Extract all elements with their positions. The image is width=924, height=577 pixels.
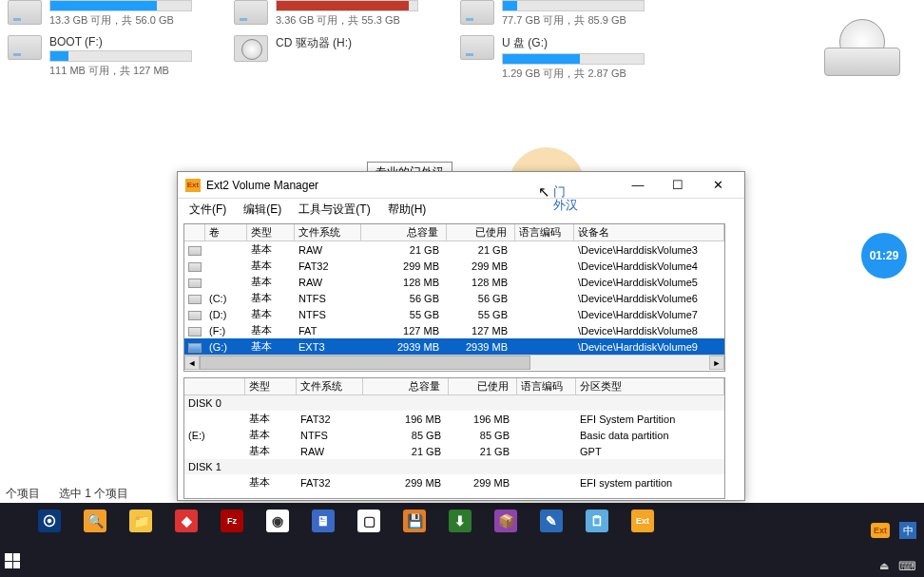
table-row[interactable]: (E:) 基本 NTFS 85 GB 85 GB Basic data part… <box>184 427 724 443</box>
ext2-window: Ext Ext2 Volume Manager — ☐ ✕ 文件(F)编辑(E)… <box>177 171 745 501</box>
tray-ime-badge[interactable]: 中 <box>899 522 916 539</box>
close-button[interactable]: ✕ <box>699 174 737 197</box>
table-row[interactable]: 基本 FAT32 299 MB 299 MB EFI system partit… <box>184 474 724 490</box>
explorer-statusbar: 个项目 选中 1 个项目 <box>0 486 128 502</box>
taskbar: ⦿🔍📁◆Fz◉🖥▢💾⬇📦✎🗒Ext Ext 中 ⏏ ⌨ <box>0 503 924 577</box>
drive-name: CD 驱动器 (H:) <box>276 35 433 51</box>
disk-group-label: DISK 1 <box>184 459 724 474</box>
app-icon: Ext <box>185 179 201 192</box>
horizontal-scrollbar[interactable]: ◄ ► <box>184 355 724 370</box>
scroll-right-arrow[interactable]: ► <box>709 356 724 370</box>
taskbar-page-icon[interactable]: ▢ <box>356 508 382 534</box>
column-header[interactable]: 设备名 <box>574 224 724 240</box>
taskbar-chrome-icon[interactable]: ◉ <box>264 508 291 534</box>
hdd-drive-icon <box>234 0 268 25</box>
maximize-button[interactable]: ☐ <box>659 174 697 197</box>
taskbar-record-icon[interactable]: ⦿ <box>36 508 63 534</box>
column-header[interactable]: 文件系统 <box>297 378 363 394</box>
column-header[interactable]: 已使用 <box>449 378 517 394</box>
drive-item[interactable]: BOOT (F:) 111 MB 可用，共 127 MB <box>8 35 207 81</box>
partition-list[interactable]: 类型文件系统总容量已使用语言编码分区类型 DISK 0 基本 FAT32 196… <box>183 377 725 499</box>
large-drive-icon <box>824 24 900 76</box>
status-item-count: 个项目 <box>6 486 40 502</box>
menu-item[interactable]: 文件(F) <box>182 200 234 220</box>
table-row[interactable]: 基本 RAW 21 GB 21 GB \Device\HarddiskVolum… <box>184 241 724 258</box>
table-row[interactable]: (G:) 基本 EXT3 2939 MB 2939 MB \Device\Har… <box>184 338 724 355</box>
menubar: 文件(F)编辑(E)工具与设置(T)帮助(H) <box>178 199 744 220</box>
table-row[interactable]: 基本 FAT32 196 MB 196 MB EFI System Partit… <box>184 411 724 427</box>
cursor-label: 门外汉 <box>553 185 578 212</box>
tray-ext2-icon[interactable]: Ext <box>871 523 890 538</box>
volume-icon <box>188 311 202 320</box>
cd-drive-icon <box>234 35 268 62</box>
column-header[interactable] <box>184 378 245 394</box>
hdd-drive-icon <box>8 0 42 25</box>
table-row[interactable]: 基本 FAT32 299 MB 299 MB \Device\HarddiskV… <box>184 258 724 274</box>
column-header[interactable]: 卷 <box>205 224 247 240</box>
drive-item[interactable]: 77.7 GB 可用，共 85.9 GB <box>460 0 660 28</box>
column-header[interactable]: 已使用 <box>447 224 515 240</box>
titlebar[interactable]: Ext Ext2 Volume Manager — ☐ ✕ <box>178 172 744 199</box>
table-row[interactable]: (C:) 基本 NTFS 56 GB 56 GB \Device\Harddis… <box>184 290 724 306</box>
volume-icon <box>188 343 202 353</box>
hdd-drive-icon <box>460 0 494 25</box>
taskbar-diskgenius-icon[interactable]: 💾 <box>401 508 428 534</box>
taskbar-explorer-icon[interactable]: 📁 <box>127 508 154 534</box>
drive-info: 3.36 GB 可用，共 55.3 GB <box>276 13 433 28</box>
minimize-button[interactable]: — <box>619 174 657 197</box>
desktop-drives: 13.3 GB 可用，共 56.0 GB 3.36 GB 可用，共 55.3 G… <box>0 0 924 88</box>
drive-name: U 盘 (G:) <box>502 35 660 51</box>
volume-icon <box>188 279 202 288</box>
drive-name: BOOT (F:) <box>49 35 207 48</box>
drive-info: 1.29 GB 可用，共 2.87 GB <box>502 67 660 81</box>
volume-icon <box>188 262 202 272</box>
tray-usb-icon[interactable]: ⏏ <box>879 560 889 572</box>
taskbar-filezilla-icon[interactable]: Fz <box>219 508 245 534</box>
hdd-drive-icon <box>460 35 494 60</box>
scroll-left-arrow[interactable]: ◄ <box>184 356 200 370</box>
cursor-icon: ↖ <box>538 183 550 201</box>
drive-item[interactable]: U 盘 (G:) 1.29 GB 可用，共 2.87 GB <box>460 35 660 81</box>
column-header[interactable] <box>184 224 205 240</box>
disk-group-label: DISK 0 <box>184 395 724 411</box>
drive-item[interactable]: 3.36 GB 可用，共 55.3 GB <box>234 0 433 28</box>
column-header[interactable]: 类型 <box>247 224 295 240</box>
taskbar-ext2-icon[interactable]: Ext <box>629 508 656 534</box>
taskbar-search-icon[interactable]: 🔍 <box>82 508 108 534</box>
taskbar-kvm-icon[interactable]: 🖥 <box>310 508 337 534</box>
start-button[interactable] <box>2 550 23 571</box>
windows-logo-icon <box>5 553 20 568</box>
taskbar-idm-icon[interactable]: ⬇ <box>447 508 473 534</box>
menu-item[interactable]: 帮助(H) <box>380 200 434 220</box>
volume-list[interactable]: 卷类型文件系统总容量已使用语言编码设备名 基本 RAW 21 GB 21 GB … <box>183 223 725 372</box>
status-selected: 选中 1 个项目 <box>59 486 128 502</box>
taskbar-winrar-icon[interactable]: 📦 <box>492 508 519 534</box>
table-row[interactable]: (F:) 基本 FAT 127 MB 127 MB \Device\Harddi… <box>184 322 724 338</box>
drive-info: 111 MB 可用，共 127 MB <box>49 64 207 78</box>
drive-item[interactable]: CD 驱动器 (H:) <box>234 35 433 81</box>
drive-item[interactable]: 13.3 GB 可用，共 56.0 GB <box>8 0 207 28</box>
clock-badge[interactable]: 01:29 <box>861 233 907 279</box>
column-header[interactable]: 总容量 <box>363 378 449 394</box>
column-header[interactable]: 语言编码 <box>515 224 574 240</box>
menu-item[interactable]: 编辑(E) <box>236 200 289 220</box>
scroll-thumb[interactable] <box>200 356 530 370</box>
tray-keyboard-icon[interactable]: ⌨ <box>898 559 916 573</box>
menu-item[interactable]: 工具与设置(T) <box>291 200 377 220</box>
taskbar-writer-icon[interactable]: ✎ <box>538 508 565 534</box>
column-header[interactable]: 分区类型 <box>576 378 724 394</box>
table-row[interactable]: 基本 RAW 128 MB 128 MB \Device\HarddiskVol… <box>184 274 724 290</box>
table-row[interactable]: (D:) 基本 NTFS 55 GB 55 GB \Device\Harddis… <box>184 306 724 322</box>
column-header[interactable]: 语言编码 <box>517 378 576 394</box>
taskbar-diamond-icon[interactable]: ◆ <box>173 508 200 534</box>
column-header[interactable]: 总容量 <box>361 224 447 240</box>
volume-icon <box>188 246 202 256</box>
column-header[interactable]: 文件系统 <box>295 224 361 240</box>
table-row[interactable]: 基本 RAW 21 GB 21 GB GPT <box>184 443 724 459</box>
drive-capacity-bar <box>49 50 192 62</box>
drive-info: 13.3 GB 可用，共 56.0 GB <box>49 13 207 28</box>
taskbar-notepad-icon[interactable]: 🗒 <box>584 508 610 534</box>
drive-capacity-bar <box>49 0 192 11</box>
column-header[interactable]: 类型 <box>245 378 297 394</box>
volume-icon <box>188 295 202 304</box>
